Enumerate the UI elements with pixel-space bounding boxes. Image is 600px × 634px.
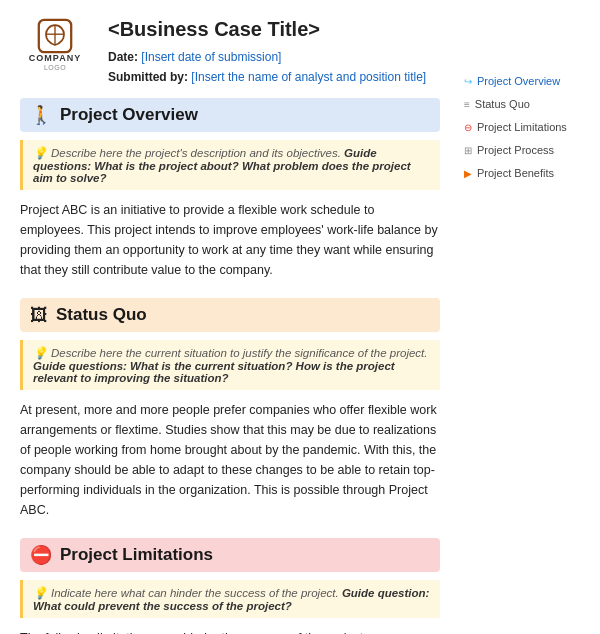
- page-title: <Business Case Title>: [108, 18, 580, 41]
- submitted-value: [Insert the name of analyst and position…: [191, 70, 426, 84]
- guide-box-project-limitations: 💡Indicate here what can hinder the succe…: [20, 580, 440, 618]
- guide-box-project-overview: 💡Describe here the project's description…: [20, 140, 440, 190]
- nav-dot-icon: ⊖: [464, 118, 472, 137]
- date-label: Date:: [108, 50, 141, 64]
- nav-dot-icon: ≡: [464, 95, 470, 114]
- section-project-overview: 🚶Project Overview💡Describe here the proj…: [20, 98, 440, 280]
- lightbulb-icon: 💡: [33, 347, 47, 359]
- logo-company: COMPANY: [29, 54, 81, 64]
- lightbulb-icon: 💡: [33, 587, 47, 599]
- guide-bold-text: Guide questions: What is the current sit…: [33, 360, 395, 384]
- sidebar-navigation: ↪Project Overview≡Status Quo⊖Project Lim…: [462, 70, 592, 184]
- section-title-status-quo: Status Quo: [56, 305, 147, 325]
- sidebar-item-project-benefits[interactable]: ▶Project Benefits: [462, 162, 592, 185]
- sidebar-item-project-limitations[interactable]: ⊖Project Limitations: [462, 116, 592, 139]
- header-date-line: Date: [Insert date of submission]: [108, 47, 580, 67]
- submitted-label: Submitted by:: [108, 70, 191, 84]
- logo-sub: LOGO: [44, 64, 66, 71]
- section-header-status-quo: 🖼Status Quo: [20, 298, 440, 332]
- sidebar-item-label: Project Benefits: [477, 163, 554, 184]
- nav-dot-icon: ⊞: [464, 141, 472, 160]
- guide-bold-text: Guide question: What could prevent the s…: [33, 587, 429, 612]
- section-body-project-overview: Project ABC is an initiative to provide …: [20, 200, 440, 280]
- nav-dot-icon: ▶: [464, 164, 472, 183]
- section-status-quo: 🖼Status Quo💡Describe here the current si…: [20, 298, 440, 520]
- sidebar-item-status-quo[interactable]: ≡Status Quo: [462, 93, 592, 116]
- sidebar-item-label: Project Limitations: [477, 117, 567, 138]
- section-title-project-overview: Project Overview: [60, 105, 198, 125]
- logo: COMPANY LOGO: [20, 18, 90, 71]
- section-title-project-limitations: Project Limitations: [60, 545, 213, 565]
- project-limitations-icon: ⛔: [30, 546, 52, 564]
- guide-box-status-quo: 💡Describe here the current situation to …: [20, 340, 440, 390]
- main-content: 🚶Project Overview💡Describe here the proj…: [0, 98, 460, 634]
- lightbulb-icon: 💡: [33, 147, 47, 159]
- date-value: [Insert date of submission]: [141, 50, 281, 64]
- sidebar-item-label: Status Quo: [475, 94, 530, 115]
- sidebar-item-label: Project Overview: [477, 71, 560, 92]
- sidebar-item-project-process[interactable]: ⊞Project Process: [462, 139, 592, 162]
- status-quo-icon: 🖼: [30, 306, 48, 324]
- section-body-project-limitations: The following limitations may hinder the…: [20, 628, 440, 634]
- section-header-project-limitations: ⛔Project Limitations: [20, 538, 440, 572]
- section-header-project-overview: 🚶Project Overview: [20, 98, 440, 132]
- nav-dot-icon: ↪: [464, 72, 472, 91]
- sidebar-item-label: Project Process: [477, 140, 554, 161]
- project-overview-icon: 🚶: [30, 106, 52, 124]
- section-body-status-quo: At present, more and more people prefer …: [20, 400, 440, 520]
- guide-bold-text: Guide questions: What is the project abo…: [33, 147, 411, 184]
- section-project-limitations: ⛔Project Limitations💡Indicate here what …: [20, 538, 440, 634]
- sidebar-item-project-overview[interactable]: ↪Project Overview: [462, 70, 592, 93]
